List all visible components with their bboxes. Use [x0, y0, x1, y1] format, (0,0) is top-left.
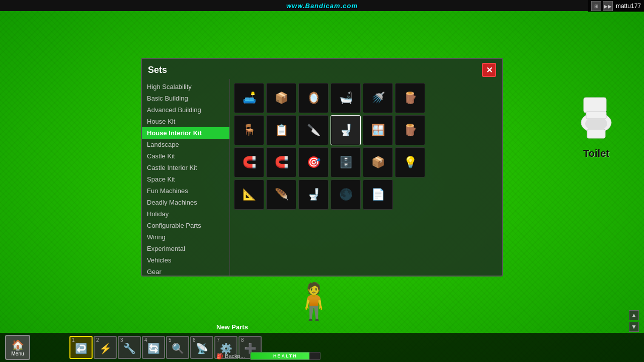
player-character: 🧍: [292, 281, 336, 322]
item-icon-1: 🛋️: [239, 88, 259, 108]
grid-item-1[interactable]: 🛋️: [234, 83, 264, 113]
sets-list: High ScalabilityBasic BuildingAdvanced B…: [142, 79, 230, 276]
hotbar-slot-5[interactable]: 5 🔍: [166, 336, 189, 359]
item-icon-19: 📐: [239, 185, 259, 205]
slot-number-1: 1: [72, 337, 75, 343]
slot-icon-3: 🔧: [123, 342, 136, 354]
set-item-house-kit[interactable]: House Kit: [142, 116, 229, 127]
set-item-castle-interior-kit[interactable]: Castle Interior Kit: [142, 162, 229, 173]
close-button[interactable]: ✕: [482, 63, 496, 77]
item-icon-14: 🧲: [271, 152, 291, 172]
hotbar-slot-2[interactable]: 2 ⚡: [94, 336, 117, 359]
hotbar-slot-3[interactable]: 3 🔧: [118, 336, 141, 359]
set-item-deadly-machines[interactable]: Deadly Machines: [142, 197, 229, 208]
grid-item-7[interactable]: 🪑: [234, 115, 264, 145]
item-icon-10: 🚽: [336, 120, 356, 140]
grid-item-10[interactable]: 🚽: [331, 115, 361, 145]
toilet-preview-svg: [576, 95, 616, 145]
slot-icon-1: ↩️: [75, 342, 88, 354]
set-item-wiring[interactable]: Wiring: [142, 231, 229, 243]
grid-item-19[interactable]: 📐: [234, 179, 264, 210]
set-item-house-interior-kit[interactable]: House Interior Kit: [142, 127, 229, 139]
hotbar-slot-4[interactable]: 4 🔄: [142, 336, 165, 359]
grid-item-14[interactable]: 🧲: [266, 147, 296, 177]
grid-item-15[interactable]: 🎯: [298, 147, 329, 177]
grid-item-4[interactable]: 🛁: [331, 83, 361, 113]
item-icon-8: 📋: [271, 120, 291, 140]
home-icon: 🏠: [12, 339, 24, 351]
slot-number-7: 7: [217, 337, 220, 343]
item-icon-22: 🌑: [336, 185, 356, 205]
set-item-advanced-building[interactable]: Advanced Building: [142, 104, 229, 116]
set-item-high-scalability[interactable]: High Scalability: [142, 81, 229, 93]
set-item-vehicles[interactable]: Vehicles: [142, 254, 229, 266]
top-bar: www.Bandicam.com: [0, 0, 644, 11]
item-icon-3: 🪞: [303, 88, 324, 108]
item-icon-6: 🪵: [400, 88, 420, 108]
health-label: HEALTH: [251, 352, 320, 359]
item-icon-12: 🪵: [400, 120, 420, 140]
bottom-info: 🎒 Backp... HEALTH: [216, 352, 320, 360]
set-item-landscape[interactable]: Landscape: [142, 139, 229, 150]
set-item-gear[interactable]: Gear: [142, 266, 229, 276]
slot-icon-6: 📡: [196, 342, 208, 354]
set-item-space-kit[interactable]: Space Kit: [142, 173, 229, 185]
item-icon-9: 🔪: [303, 120, 324, 140]
grid-item-3[interactable]: 🪞: [298, 83, 329, 113]
grid-item-12[interactable]: 🪵: [395, 115, 425, 145]
grid-item-17[interactable]: 📦: [363, 147, 393, 177]
grid-item-5[interactable]: 🚿: [363, 83, 393, 113]
hotbar-slot-6[interactable]: 6 📡: [190, 336, 213, 359]
menu-label: Menu: [11, 351, 24, 356]
scroll-controls: ▲ ▼: [629, 310, 639, 332]
slot-icon-5: 🔍: [172, 342, 184, 354]
scroll-up-button[interactable]: ▲: [629, 310, 639, 320]
item-icon-15: 🎯: [303, 152, 324, 172]
user-info: ⊞ ▶▶ mattu177: [588, 0, 644, 12]
set-item-castle-kit[interactable]: Castle Kit: [142, 150, 229, 162]
grid-item-18[interactable]: 💡: [395, 147, 425, 177]
svg-rect-0: [584, 98, 606, 113]
set-item-configurable-parts[interactable]: Configurable Parts: [142, 220, 229, 231]
item-icon-18: 💡: [400, 152, 420, 172]
menu-button[interactable]: 🏠 Menu: [5, 335, 30, 360]
preview-label: Toilet: [583, 148, 609, 159]
item-icon-7: 🪑: [239, 120, 259, 140]
item-icon-16: 🗄️: [336, 152, 356, 172]
grid-item-21[interactable]: 🚽: [298, 179, 329, 210]
item-icon-4: 🛁: [336, 88, 356, 108]
panel-title: Sets: [148, 65, 167, 75]
bottom-bar: 🏠 Menu 1 ↩️ 2 ⚡ 3 🔧 4 🔄 5 🔍 6 📡 7 ⚙️ 8 ➕: [0, 333, 644, 362]
grid-item-2[interactable]: 📦: [266, 83, 296, 113]
record-icon: ▶▶: [603, 1, 613, 11]
slot-number-3: 3: [120, 337, 123, 343]
item-icon-5: 🚿: [368, 88, 388, 108]
grid-item-11[interactable]: 🪟: [363, 115, 393, 145]
scroll-down-button[interactable]: ▼: [629, 322, 639, 332]
set-item-basic-building[interactable]: Basic Building: [142, 93, 229, 104]
monitor-icon: ⊞: [591, 1, 601, 11]
grid-item-13[interactable]: 🧲: [234, 147, 264, 177]
item-icon-23: 📄: [368, 185, 388, 205]
set-item-fun-machines[interactable]: Fun Machines: [142, 185, 229, 197]
panel-body: High ScalabilityBasic BuildingAdvanced B…: [142, 79, 502, 276]
item-preview-area: Toilet: [564, 80, 629, 171]
sets-panel: Sets ✕ High ScalabilityBasic BuildingAdv…: [141, 58, 503, 277]
backpack-label: 🎒 Backp...: [216, 353, 245, 359]
set-item-experimental[interactable]: Experimental: [142, 243, 229, 254]
grid-item-23[interactable]: 📄: [363, 179, 393, 210]
content-area: 🛋️📦🪞🛁🚿🪵🪑📋🔪🚽🪟🪵🧲🧲🎯🗄️📦💡📐🪶🚽🌑📄: [230, 79, 502, 276]
grid-item-9[interactable]: 🔪: [298, 115, 329, 145]
item-icon-13: 🧲: [239, 152, 259, 172]
grid-item-6[interactable]: 🪵: [395, 83, 425, 113]
svg-rect-4: [586, 112, 606, 119]
slot-number-6: 6: [193, 337, 196, 343]
grid-item-22[interactable]: 🌑: [331, 179, 361, 210]
grid-item-20[interactable]: 🪶: [266, 179, 296, 210]
set-item-holiday[interactable]: Holiday: [142, 208, 229, 220]
bandicam-watermark: www.Bandicam.com: [286, 2, 358, 10]
item-icon-17: 📦: [368, 152, 388, 172]
hotbar-slot-1[interactable]: 1 ↩️: [69, 336, 93, 359]
grid-item-16[interactable]: 🗄️: [331, 147, 361, 177]
grid-item-8[interactable]: 📋: [266, 115, 296, 145]
